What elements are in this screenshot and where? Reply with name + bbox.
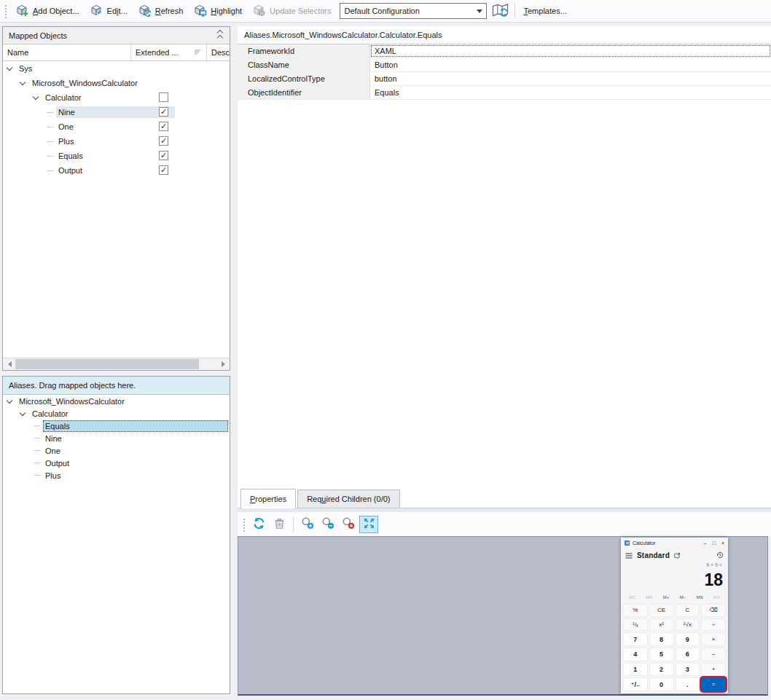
calc-key-item[interactable]: . <box>676 677 700 691</box>
calc-key-9[interactable]: 9 <box>676 632 700 646</box>
column-header-name[interactable]: Name <box>3 44 131 60</box>
mapped-objects-column-headers: NameExtended ...Descripti <box>3 44 230 61</box>
alias-row-output[interactable]: Output <box>3 457 230 469</box>
calc-key-ce[interactable]: CE <box>649 604 674 617</box>
toolbar-grip[interactable] <box>4 4 7 18</box>
calc-key-item[interactable]: ÷ <box>701 618 726 632</box>
refresh-button[interactable]: Refresh <box>133 1 189 21</box>
calc-key-5[interactable]: 5 <box>649 648 674 661</box>
calc-key-0[interactable]: 0 <box>649 677 674 691</box>
property-name[interactable]: ObjectIdentifier <box>238 86 370 99</box>
alias-row-equals[interactable]: Equals <box>3 420 230 432</box>
extended-find-checkbox[interactable]: ✓ <box>159 136 168 146</box>
mapped-node-label: Calculator <box>43 92 84 103</box>
mapped-row-microsoft-windowscalculator[interactable]: Microsoft_WindowsCalculator <box>3 76 230 90</box>
collapse-panel-icon[interactable] <box>218 31 224 40</box>
zoom-out-icon <box>321 516 334 532</box>
horizontal-scrollbar[interactable] <box>3 358 230 370</box>
extended-find-checkbox[interactable]: ✓ <box>159 122 168 131</box>
calc-key-x[interactable]: x² <box>649 618 674 632</box>
calc-key-item[interactable]: × <box>701 632 726 646</box>
properties-tab-bar: PropertiesRequired Children (0/0) <box>238 489 771 508</box>
calc-key-1[interactable]: 1 <box>623 663 648 677</box>
delete-button[interactable] <box>270 516 289 533</box>
minimize-icon: – <box>704 540 707 546</box>
tab-required-children-0-0[interactable]: Required Children (0/0) <box>297 489 399 508</box>
expander-icon[interactable] <box>7 397 12 403</box>
expander-icon[interactable] <box>7 65 12 71</box>
property-name[interactable]: FrameworkId <box>238 44 370 58</box>
property-name[interactable]: ClassName <box>238 58 370 71</box>
zoom-in-button[interactable] <box>298 516 317 533</box>
chevron-down-icon[interactable] <box>474 4 486 18</box>
highlight-button[interactable]: Highlight <box>188 1 247 21</box>
calc-key-item[interactable]: % <box>623 604 648 617</box>
mapped-row-sys[interactable]: Sys <box>3 61 230 76</box>
mapped-row-output[interactable]: Output✓ <box>3 163 230 178</box>
configuration-dropdown[interactable]: Default Configuration <box>340 3 487 19</box>
property-value[interactable]: Button <box>370 58 771 71</box>
mapped-row-one[interactable]: One✓ <box>3 119 230 134</box>
fit-to-screen-button[interactable] <box>359 516 378 533</box>
mapped-node-label: Equals <box>56 150 85 162</box>
edit-button[interactable]: Edit... <box>85 1 133 21</box>
preview-toolbar-grip[interactable] <box>242 517 246 532</box>
history-icon <box>716 551 724 560</box>
alias-row-plus[interactable]: Plus <box>3 469 230 481</box>
scroll-left-icon[interactable] <box>3 358 15 370</box>
column-header-descripti[interactable]: Descripti <box>207 44 230 60</box>
calc-key-8[interactable]: 8 <box>649 632 674 646</box>
alias-row-nine[interactable]: Nine <box>3 432 230 444</box>
memory-ms-button[interactable]: MS <box>692 595 708 599</box>
memory-m-button[interactable]: M+ <box>657 595 674 599</box>
calc-key-7[interactable]: 7 <box>623 632 648 646</box>
zoom-reset-button[interactable] <box>339 516 358 533</box>
calc-key-item[interactable]: ⌫ <box>701 604 726 617</box>
calc-key-4[interactable]: 4 <box>623 648 648 661</box>
scrollbar-thumb[interactable] <box>15 359 199 369</box>
memory-m-button[interactable]: M∨ <box>708 594 725 599</box>
map-refresh-icon <box>492 3 509 20</box>
calc-key-c[interactable]: C <box>676 604 700 617</box>
memory-mr-button[interactable]: MR <box>641 595 657 599</box>
calc-key-item[interactable]: + <box>701 663 726 677</box>
expander-icon[interactable] <box>20 409 26 415</box>
calc-key-2[interactable]: 2 <box>649 663 674 677</box>
memory-mc-button[interactable]: MC <box>624 595 641 599</box>
calc-key-item[interactable]: = <box>701 677 726 691</box>
extended-find-checkbox[interactable]: ✓ <box>159 151 168 160</box>
extended-find-checkbox[interactable]: ✓ <box>159 107 168 117</box>
calc-key-item[interactable]: ⁺/₋ <box>623 677 648 691</box>
property-value[interactable]: Equals <box>370 86 771 99</box>
alias-row-one[interactable]: One <box>3 444 230 457</box>
tab-properties[interactable]: Properties <box>240 489 296 508</box>
calc-key-x[interactable]: ²√x <box>676 618 700 632</box>
scroll-right-icon[interactable] <box>217 358 230 370</box>
expander-icon[interactable] <box>33 94 39 100</box>
extended-find-checkbox[interactable]: ✓ <box>159 165 168 175</box>
mapped-row-nine[interactable]: Nine✓ <box>3 105 230 119</box>
column-header-extended[interactable]: Extended ... <box>131 44 207 60</box>
alias-row-calculator[interactable]: Calculator <box>3 407 230 420</box>
property-value[interactable]: button <box>370 72 771 85</box>
memory-m-button[interactable]: M− <box>675 595 692 599</box>
expander-icon[interactable] <box>20 79 26 85</box>
calc-key-item[interactable]: ¹/ₓ <box>623 618 648 632</box>
delete-icon <box>273 517 286 532</box>
extended-find-checkbox[interactable] <box>159 93 168 102</box>
calc-key-3[interactable]: 3 <box>676 663 700 677</box>
property-value[interactable]: XAML <box>370 44 771 58</box>
mapped-row-equals[interactable]: Equals✓ <box>3 149 230 163</box>
property-name[interactable]: LocalizedControlType <box>238 72 370 85</box>
aliases-tree: Microsoft_WindowsCalculatorCalculatorEqu… <box>3 395 230 481</box>
templates-button[interactable]: Templates... <box>519 4 572 17</box>
mapped-row-calculator[interactable]: Calculator <box>3 90 230 105</box>
zoom-out-button[interactable] <box>318 516 337 533</box>
calc-key-6[interactable]: 6 <box>676 648 700 661</box>
refresh-button[interactable] <box>249 516 268 533</box>
calc-key-item[interactable]: − <box>701 648 726 661</box>
mapped-row-plus[interactable]: Plus✓ <box>3 134 230 149</box>
update-name-mapping-button[interactable] <box>490 1 511 21</box>
add-object-button[interactable]: Add Object... <box>10 1 85 21</box>
alias-row-microsoft-windowscalculator[interactable]: Microsoft_WindowsCalculator <box>3 395 230 407</box>
